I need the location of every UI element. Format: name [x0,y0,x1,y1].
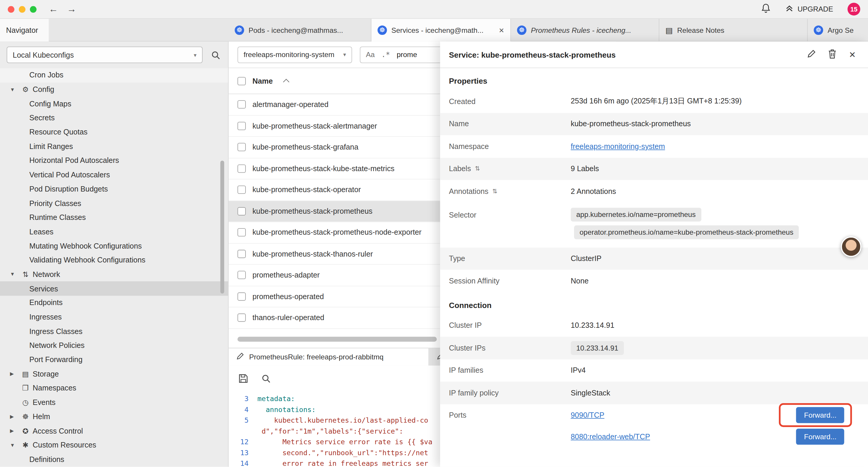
sidebar-item-validating-webhook-configurations[interactable]: Validating Webhook Configurations [0,253,228,267]
notifications-bell-icon[interactable] [761,3,771,15]
chevron-right-icon[interactable]: ▶ [10,414,20,419]
ip-families-value: IPv4 [571,366,586,375]
sidebar-item-secrets[interactable]: Secrets [0,111,228,125]
tab-close-icon[interactable]: ✕ [494,26,504,34]
edit-pencil-icon[interactable] [807,49,816,60]
close-icon[interactable]: ✕ [849,50,856,60]
namespace-link[interactable]: freeleaps-monitoring-system [571,142,665,150]
drawer-row-ip-family-policy: IP family policy SingleStack [440,382,868,404]
sidebar-item-vertical-pod-autoscalers[interactable]: Vertical Pod Autoscalers [0,168,228,182]
horizontal-scrollbar[interactable] [238,337,437,342]
sidebar-item-mutating-webhook-configurations[interactable]: Mutating Webhook Configurations [0,239,228,253]
row-checkbox[interactable] [238,250,246,258]
row-checkbox[interactable] [238,100,246,109]
match-case-toggle[interactable]: Aa [366,51,375,59]
sidebar-item-helm[interactable]: ▶☸Helm [0,410,228,424]
sidebar-search-icon[interactable] [209,49,221,61]
sidebar-item-endpoints[interactable]: Endpoints [0,296,228,310]
row-checkbox[interactable] [238,164,246,173]
select-all-checkbox[interactable] [238,77,246,85]
history-back-button[interactable]: ← [49,0,58,19]
window-zoom-button[interactable] [30,6,36,12]
namespace-filter-select[interactable]: freeleaps-monitoring-system ▾ [238,46,352,63]
port-link[interactable]: 8080:reloader-web/TCP [571,432,650,440]
sidebar-item-config[interactable]: ▼⚙Config [0,83,228,97]
sort-ascending-icon[interactable] [283,79,289,85]
editor-search-icon[interactable] [261,374,271,385]
row-checkbox[interactable] [238,143,246,151]
tab-label: Argo Se [828,26,854,34]
sidebar-item-ingresses[interactable]: Ingresses [0,310,228,324]
line-number: 3 [229,393,257,404]
chevron-down-icon[interactable]: ▼ [10,272,20,277]
port-link[interactable]: 9090/TCP [571,411,604,419]
column-header-name[interactable]: Name [252,77,273,85]
sidebar-item-custom-resources[interactable]: ▼✱Custom Resources [0,438,228,452]
expand-collapse-icon[interactable]: ⇅ [492,188,497,195]
chevron-right-icon[interactable]: ▶ [10,371,20,377]
sidebar-item-namespaces[interactable]: ❐Namespaces [0,381,228,395]
notification-count-badge[interactable]: 15 [848,3,860,16]
created-value: 253d 16h 6m ago (2025年1月13日 GMT+8 1:25:3… [571,96,742,107]
sidebar-item-runtime-classes[interactable]: Runtime Classes [0,210,228,225]
sidebar-item-services[interactable]: Services [0,282,228,296]
sidebar-item-horizontal-pod-autoscalers[interactable]: Horizontal Pod Autoscalers [0,153,228,168]
row-checkbox[interactable] [238,185,246,194]
port-row-9090: 9090/TCP Forward... [571,404,859,426]
forward-button[interactable]: Forward... [796,407,844,423]
dock-tab-prometheusrule[interactable]: PrometheusRule: freeleaps-prod-rabbitmq [229,348,429,366]
service-name: prometheus-operated [252,292,324,300]
sidebar-item-resource-quotas[interactable]: Resource Quotas [0,125,228,139]
sidebar-item-leases[interactable]: Leases [0,225,228,239]
cluster-ips-chip: 10.233.14.91 [571,341,624,355]
sidebar-item-network-policies[interactable]: Network Policies [0,339,228,353]
tab-label: Prometheus Rules - icecheng... [531,26,631,34]
sidebar-item-priority-classes[interactable]: Priority Classes [0,196,228,210]
save-icon[interactable] [239,374,248,385]
upgrade-button[interactable]: UPGRADE [785,4,833,14]
chevron-right-icon[interactable]: ▶ [10,428,20,434]
annotations-count[interactable]: 2 Annotations [571,187,616,195]
row-checkbox[interactable] [238,207,246,215]
chevron-down-icon[interactable]: ▼ [10,442,20,448]
navigator-tree: Cron Jobs ▼⚙Config Config Maps Secrets R… [0,68,228,467]
sidebar-item-pod-disruption-budgets[interactable]: Pod Disruption Budgets [0,182,228,196]
sidebar-item-port-forwarding[interactable]: Port Forwarding [0,353,228,367]
tab-pods[interactable]: ☸ Pods - icecheng@mathmas... [229,19,371,42]
row-checkbox[interactable] [238,228,246,236]
kubeconfig-selector-value: Local Kubeconfigs [13,51,74,59]
sidebar-item-storage[interactable]: ▶▤Storage [0,367,228,381]
window-minimize-button[interactable] [19,6,25,12]
row-checkbox[interactable] [238,122,246,130]
history-forward-button[interactable]: → [67,0,76,19]
sidebar-item-limit-ranges[interactable]: Limit Ranges [0,139,228,153]
tab-prometheus-rules[interactable]: ☸ Prometheus Rules - icecheng... [511,19,659,42]
regex-toggle[interactable]: .* [381,51,390,59]
sidebar-item-events[interactable]: ◷Events [0,395,228,409]
expand-collapse-icon[interactable]: ⇅ [475,165,480,172]
row-checkbox[interactable] [238,314,246,322]
sidebar-item-network[interactable]: ▼⇅Network [0,267,228,282]
edit-pencil-icon [236,352,244,362]
chevron-down-icon[interactable]: ▼ [10,87,20,92]
sidebar-item-access-control[interactable]: ▶✪Access Control [0,424,228,438]
custom-resources-icon: ✱ [20,441,31,449]
row-checkbox[interactable] [238,271,246,279]
delete-trash-icon[interactable] [829,49,837,60]
sidebar-scrollbar[interactable] [220,160,224,293]
tab-argo[interactable]: ☸ Argo Se [808,19,868,42]
tab-release-notes[interactable]: ▤ Release Notes [659,19,808,42]
labels-count[interactable]: 9 Labels [571,165,599,173]
user-avatar[interactable] [841,236,861,257]
code-line: Metrics service error rate is {{ $va [257,436,432,447]
sidebar-item-config-maps[interactable]: Config Maps [0,97,228,111]
row-checkbox[interactable] [238,292,246,300]
sidebar-item-definitions[interactable]: Definitions [0,452,228,466]
window-close-button[interactable] [8,6,14,12]
sidebar-item-cron-jobs[interactable]: Cron Jobs [0,68,228,82]
sidebar-item-ingress-classes[interactable]: Ingress Classes [0,324,228,339]
tab-label: Release Notes [677,26,724,34]
kubeconfig-selector[interactable]: Local Kubeconfigs ▾ [6,47,203,63]
tab-services[interactable]: ☸ Services - icecheng@math... ✕ [371,19,511,42]
forward-button[interactable]: Forward... [796,428,844,444]
